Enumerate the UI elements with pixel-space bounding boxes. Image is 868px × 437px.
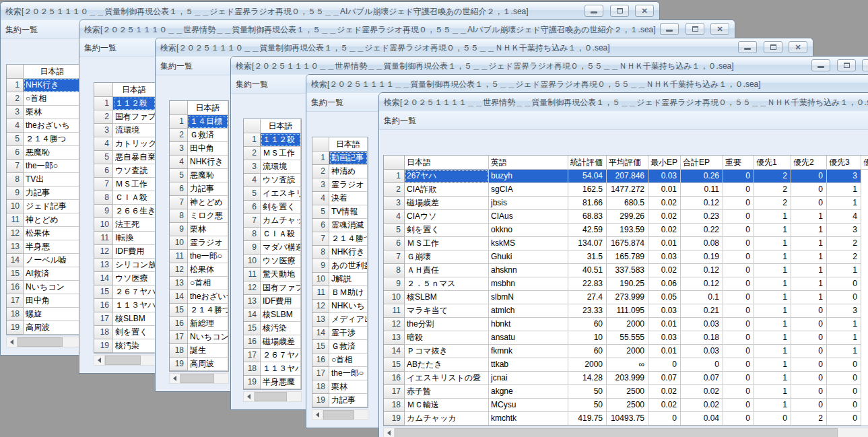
cell[interactable]: 0: [791, 183, 827, 197]
row-number[interactable]: 7: [94, 178, 113, 191]
row-number[interactable]: 11: [244, 268, 261, 281]
cell[interactable]: 暗殺: [405, 331, 489, 345]
cell[interactable]: ＣＩＡ殺: [261, 228, 301, 241]
cell[interactable]: 力記事: [24, 187, 81, 200]
row-number[interactable]: 3: [94, 124, 113, 137]
cell[interactable]: 霊干渉: [329, 327, 368, 340]
column-header[interactable]: 平均評価: [607, 156, 648, 170]
row-number[interactable]: 15: [94, 285, 113, 299]
cell[interactable]: 2: [791, 412, 827, 426]
table-row[interactable]: 13IDF費用: [244, 295, 301, 308]
cell[interactable]: 0.02: [648, 197, 681, 210]
cell[interactable]: ノーベル嘘: [24, 254, 81, 267]
row-number[interactable]: 10: [312, 273, 329, 286]
row-number[interactable]: 6: [244, 201, 261, 214]
row-number[interactable]: 9: [244, 241, 261, 255]
table-row[interactable]: 6剣を置く: [244, 201, 301, 214]
cell[interactable]: 0.03: [648, 250, 681, 264]
cell[interactable]: AI救済: [24, 267, 81, 281]
cell[interactable]: 0.06: [648, 277, 681, 291]
cell[interactable]: 0.02: [648, 385, 681, 399]
cell[interactable]: 1: [754, 264, 791, 277]
cell[interactable]: ２１４勝つ: [329, 232, 368, 246]
cell[interactable]: 磁場歳差: [405, 197, 489, 210]
row-number[interactable]: 13: [384, 331, 405, 345]
cell[interactable]: 68.83: [568, 210, 607, 224]
cell[interactable]: kmchtk: [489, 412, 568, 426]
cell[interactable]: 0.01: [648, 237, 681, 250]
row-number[interactable]: 15: [244, 322, 261, 335]
table-row[interactable]: 6悪魔恥: [7, 146, 81, 160]
cell[interactable]: 1: [754, 372, 791, 385]
cell[interactable]: 0: [791, 372, 827, 385]
table-row[interactable]: 9２６６生き: [94, 205, 156, 218]
cell[interactable]: 0: [827, 277, 861, 291]
cell[interactable]: ahsknn: [489, 264, 568, 277]
cell[interactable]: 10493.75: [607, 412, 648, 426]
cell[interactable]: マラキ当て: [405, 304, 489, 318]
table-row[interactable]: 1１１２殺: [94, 97, 156, 110]
table-row[interactable]: 10ジェド記事: [7, 200, 81, 213]
cell[interactable]: ABたたき: [405, 358, 489, 372]
table-row[interactable]: 1１１２殺: [244, 133, 301, 147]
minimize-button[interactable]: [811, 59, 830, 71]
cell[interactable]: 162.5: [568, 183, 607, 197]
cell[interactable]: 1: [754, 399, 791, 412]
table-row[interactable]: 19高周波: [170, 358, 228, 371]
cell[interactable]: 2500: [607, 399, 648, 412]
scroll-left-button[interactable]: [94, 356, 105, 365]
cell[interactable]: 0: [791, 197, 827, 210]
table-row[interactable]: 11マラキ当てatmlch23.33111.0950.030.210103: [384, 304, 868, 318]
cell[interactable]: 0: [723, 345, 754, 358]
cell[interactable]: theおざいち: [188, 290, 228, 304]
row-number[interactable]: 12: [7, 227, 24, 240]
row-number[interactable]: 13: [94, 259, 113, 272]
cell[interactable]: 1: [827, 197, 861, 210]
table-row[interactable]: 3磁場歳差jbsis81.66680.50.020.120201: [384, 197, 868, 210]
cell[interactable]: 1: [754, 358, 791, 372]
cell[interactable]: 2: [754, 170, 791, 183]
cell[interactable]: 299.26: [607, 210, 648, 224]
row-number[interactable]: 4: [7, 119, 24, 133]
cell[interactable]: 田中角: [24, 294, 81, 308]
cell[interactable]: IDF費用: [261, 295, 301, 308]
table-row[interactable]: 16新総理: [170, 317, 228, 331]
cell[interactable]: 0.01: [648, 183, 681, 197]
cell[interactable]: 松果体: [24, 227, 81, 240]
scroll-left-button[interactable]: [384, 428, 395, 437]
table-row[interactable]: 3田中角: [170, 142, 228, 156]
cell[interactable]: ＢＭ助け: [329, 286, 368, 300]
cell[interactable]: hbnkt: [489, 318, 568, 331]
table-row[interactable]: 12the分割hbnkt6020000.010.030101: [384, 318, 868, 331]
cell[interactable]: 0.02: [648, 399, 681, 412]
row-number[interactable]: 5: [312, 205, 329, 219]
scrollbar-thumb[interactable]: [323, 410, 354, 419]
cell[interactable]: マダバ構造: [261, 241, 301, 255]
cell[interactable]: 0: [754, 412, 791, 426]
cell[interactable]: Nいちコン: [24, 281, 81, 294]
table-row[interactable]: 11I転換: [94, 232, 156, 245]
cell[interactable]: 半身悪魔: [261, 376, 301, 389]
cell[interactable]: 267ヤハ: [405, 170, 489, 183]
cell[interactable]: 磁場歳差: [261, 335, 301, 349]
cell[interactable]: NHK行き: [329, 246, 368, 259]
cell[interactable]: 半身悪: [24, 240, 81, 254]
cell[interactable]: １１２殺: [261, 133, 301, 147]
maximize-button[interactable]: [764, 41, 782, 53]
table-row[interactable]: 12松果体: [7, 227, 81, 240]
cell[interactable]: 0.26: [681, 170, 723, 183]
cell[interactable]: 動画記事: [329, 152, 368, 165]
table-row[interactable]: 19半身悪魔: [244, 376, 301, 389]
row-number[interactable]: 19: [94, 339, 113, 353]
column-header[interactable]: 優先2: [791, 156, 827, 170]
window-titlebar[interactable]: 検索[２０２５１１１０＿＿質量制御再現公表１，５＿＿ジェド霊界ラジオ再現０，５５…: [1, 2, 659, 21]
table-row[interactable]: 1NHK行き: [7, 79, 81, 92]
cell[interactable]: I転換: [113, 232, 156, 245]
cell[interactable]: 0: [723, 304, 754, 318]
scrollbar-thumb[interactable]: [105, 356, 141, 365]
scroll-left-button[interactable]: [7, 337, 18, 347]
table-row[interactable]: 18１１３ヤハ: [244, 362, 301, 376]
cell[interactable]: 1: [791, 210, 827, 224]
cell[interactable]: 1: [754, 224, 791, 237]
maximize-button[interactable]: [610, 5, 629, 17]
